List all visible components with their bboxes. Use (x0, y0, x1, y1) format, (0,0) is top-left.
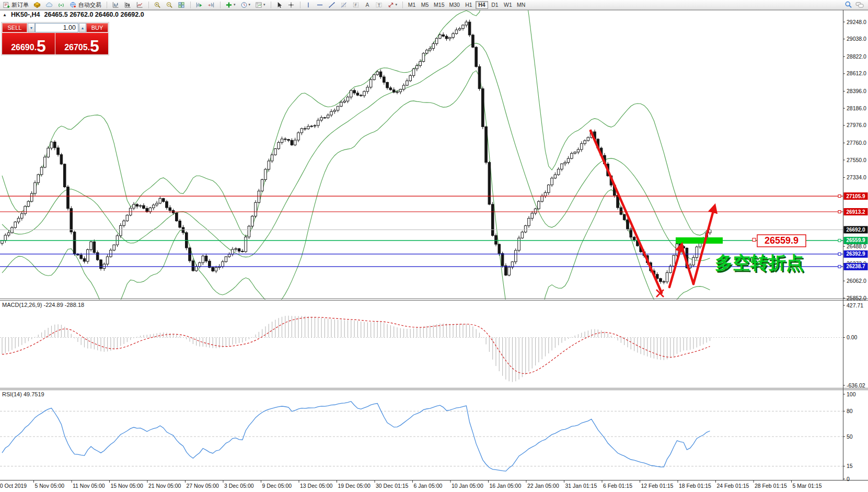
cn-annotation-text[interactable]: 多空转折点多空转折点 (715, 253, 805, 274)
buy-price-button[interactable]: 26705 . 5 (55, 33, 108, 54)
text-tool-button[interactable]: A (362, 1, 373, 9)
time-scale[interactable]: 30 Oct 20195 Nov 05:0011 Nov 05:0015 Nov… (0, 480, 822, 489)
svg-text:28396.0: 28396.0 (847, 88, 866, 94)
svg-text:29248.0: 29248.0 (847, 19, 866, 25)
chat-icon[interactable] (855, 1, 864, 8)
text-label-icon: T (375, 2, 383, 8)
crosshair-icon (287, 2, 295, 8)
crosshair-button[interactable] (285, 1, 297, 9)
rsi-line (2, 402, 710, 471)
volume-input[interactable] (35, 23, 78, 32)
zoom-in-icon (154, 2, 161, 8)
timeframe-m1-button[interactable]: M1 (406, 1, 418, 9)
cloud-button[interactable] (43, 1, 55, 9)
svg-text:-636.02: -636.02 (847, 382, 865, 388)
mt4-window: 新订单 自动交易 (0, 0, 868, 492)
svg-text:27334.0: 27334.0 (847, 174, 866, 180)
svg-text:16 Jan 05:00: 16 Jan 05:00 (490, 483, 522, 489)
green-highlight-box[interactable] (676, 237, 723, 244)
timeframe-mn-button[interactable]: MN (515, 1, 527, 9)
toolbar-separator (190, 2, 191, 8)
horizontal-line-tool-button[interactable] (314, 1, 326, 9)
new-order-button[interactable]: 新订单 (1, 1, 31, 9)
search-icon[interactable] (844, 1, 852, 8)
signal-button[interactable] (55, 1, 67, 9)
package-button[interactable] (31, 1, 43, 9)
svg-text:27550.0: 27550.0 (847, 157, 866, 163)
candle-chart-mode-button[interactable] (122, 1, 133, 9)
trend-arrow[interactable] (693, 207, 714, 284)
timeframe-h1-button[interactable]: H1 (462, 1, 475, 9)
timeframe-h4-button[interactable]: H4 (476, 1, 488, 9)
buy-button[interactable]: BUY (86, 23, 108, 32)
svg-text:80: 80 (847, 408, 853, 414)
price-badge: 26692.0 (844, 226, 868, 233)
shapes-tool-button[interactable]: ▾ (385, 1, 400, 9)
fibonacci-icon (340, 2, 348, 8)
auto-scroll-icon (195, 2, 203, 8)
rsi-scale[interactable]: 1008050150 (843, 391, 856, 482)
price-badge: 27105.9 (844, 192, 868, 200)
sell-button[interactable]: SELL (2, 23, 27, 32)
rsi-indicator-label: RSI(14) 49.7519 (2, 391, 44, 397)
tile-windows-button[interactable] (176, 1, 187, 9)
macd-scale[interactable]: 427.710.00-636.02 (843, 302, 865, 388)
svg-text:28612.0: 28612.0 (847, 70, 866, 76)
cursor-button[interactable] (274, 1, 285, 9)
cursor-icon (276, 2, 283, 8)
timeframe-m5-button[interactable]: M5 (419, 1, 431, 9)
fibo-label-tool-button[interactable]: F (350, 1, 362, 9)
price-level-label[interactable]: 26559.9 (753, 235, 806, 247)
trendline-tool-button[interactable] (326, 1, 338, 9)
templates-button[interactable]: ▾ (253, 1, 268, 9)
svg-text:6 Feb 01:15: 6 Feb 01:15 (603, 483, 632, 489)
chevron-down-icon: ▾ (396, 3, 398, 7)
zoom-out-button[interactable] (164, 1, 175, 9)
svg-text:22 Jan 05:00: 22 Jan 05:00 (527, 483, 559, 489)
bar-chart-icon (112, 2, 119, 8)
timeframe-d1-button[interactable]: D1 (489, 1, 501, 9)
vertical-line-tool-button[interactable] (303, 1, 314, 9)
bar-chart-mode-button[interactable] (110, 1, 121, 9)
svg-text:30 Dec 01:15: 30 Dec 01:15 (376, 483, 409, 489)
timeframe-m30-button[interactable]: M30 (447, 1, 462, 9)
chart-canvas[interactable]: 29248.029038.028822.028612.028396.028186… (0, 0, 868, 492)
svg-text:10 Jan 05:00: 10 Jan 05:00 (452, 483, 483, 489)
price-badge: 26559.9 (844, 237, 868, 244)
svg-text:28822.0: 28822.0 (847, 53, 866, 60)
volume-down-button[interactable]: ▼ (28, 23, 35, 32)
price-badge: 26238.7 (844, 263, 868, 270)
arrows-icon (387, 2, 395, 8)
svg-text:26238.7: 26238.7 (846, 264, 865, 269)
sell-price-button[interactable]: 26690 . 5 (2, 33, 55, 54)
line-chart-mode-button[interactable] (134, 1, 145, 9)
svg-text:27105.9: 27105.9 (846, 193, 865, 199)
svg-text:15 Nov 05:00: 15 Nov 05:00 (111, 483, 144, 489)
timeframe-w1-button[interactable]: W1 (502, 1, 514, 9)
svg-text:19 Dec 05:00: 19 Dec 05:00 (338, 483, 371, 489)
svg-text:T: T (377, 2, 380, 7)
svg-text:9 Dec 05:00: 9 Dec 05:00 (262, 483, 292, 489)
chevron-down-icon: ▾ (249, 3, 251, 7)
chart-shift-button[interactable] (205, 1, 217, 9)
text-label-tool-button[interactable]: T (373, 1, 385, 9)
auto-scroll-button[interactable] (193, 1, 205, 9)
zoom-out-icon (166, 2, 173, 8)
svg-text:27 Nov 05:00: 27 Nov 05:00 (187, 483, 219, 489)
candle-chart-icon (124, 2, 131, 8)
autotrade-label: 自动交易 (78, 1, 101, 9)
svg-text:6 Jan 05:00: 6 Jan 05:00 (414, 483, 443, 489)
sell-price-pip: 5 (37, 40, 46, 53)
periods-button[interactable]: ▾ (238, 1, 253, 9)
price-badge: 26392.9 (844, 250, 868, 258)
zoom-in-button[interactable] (152, 1, 163, 9)
timeframe-m15-button[interactable]: M15 (432, 1, 446, 9)
fibonacci-tool-button[interactable] (338, 1, 350, 9)
indicators-button[interactable]: ▾ (223, 1, 238, 9)
macd-histogram (2, 316, 710, 382)
collapse-arrow-icon[interactable]: ▲ (3, 13, 7, 17)
signal-icon (57, 2, 65, 8)
price-scale[interactable]: 29248.029038.028822.028612.028396.028186… (843, 19, 868, 301)
volume-up-button[interactable]: ▲ (79, 23, 86, 32)
autotrade-button[interactable]: 自动交易 (67, 1, 103, 9)
